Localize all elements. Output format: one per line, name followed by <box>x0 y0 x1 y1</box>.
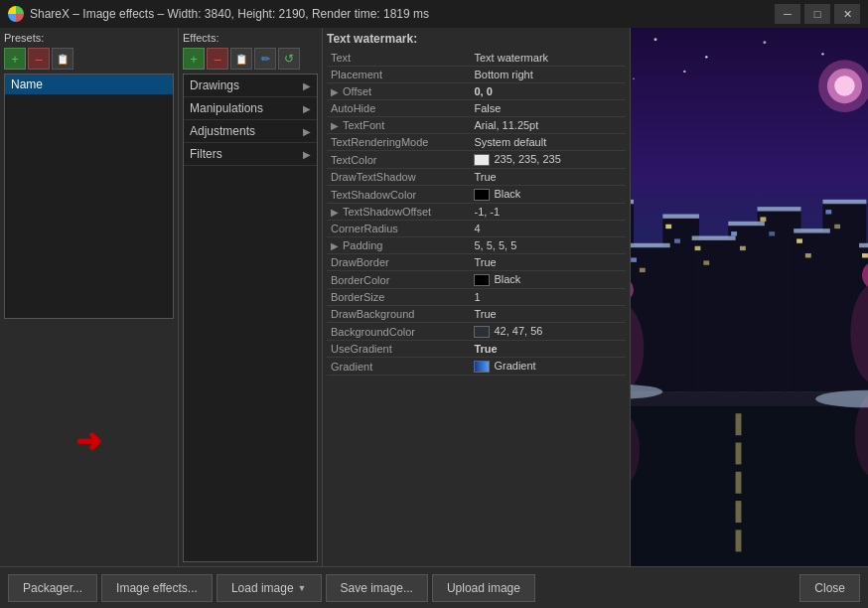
svg-rect-42 <box>862 253 868 257</box>
prop-row-textshadowcolor: TextShadowColor Black <box>327 186 626 204</box>
svg-rect-39 <box>805 253 811 257</box>
prop-val-cornerradius: 4 <box>470 221 626 237</box>
effects-list[interactable]: Drawings ▶ Manipulations ▶ Adjustments ▶… <box>183 74 318 562</box>
save-image-button[interactable]: Save image... <box>326 574 428 602</box>
presets-toolbar: + – 📋 <box>4 48 174 70</box>
svg-rect-70 <box>859 243 868 247</box>
prop-val-textshadowcolor: Black <box>470 186 626 204</box>
svg-rect-68 <box>794 228 830 232</box>
textshadowcolor-swatch[interactable] <box>474 189 490 201</box>
svg-rect-57 <box>736 501 742 523</box>
title-bar-controls: ─ □ ✕ <box>775 4 860 24</box>
svg-rect-37 <box>769 231 775 235</box>
effect-item-drawings[interactable]: Drawings ▶ <box>184 75 317 97</box>
prop-key-cornerradius: CornerRadius <box>327 221 470 237</box>
svg-rect-41 <box>834 225 840 228</box>
prop-val-textshadowoffset: -1, -1 <box>470 204 626 221</box>
prop-val-bordercolor: Black <box>470 271 626 289</box>
title-bar-title: ShareX – Image effects – Width: 3840, He… <box>30 7 429 21</box>
prop-key-backgroundcolor: BackgroundColor <box>327 323 470 341</box>
image-effects-button[interactable]: Image effects... <box>101 574 213 602</box>
prop-key-autohide: AutoHide <box>327 100 470 117</box>
prop-val-autohide: False <box>470 100 626 117</box>
preview-image <box>631 28 868 566</box>
app-icon <box>8 6 24 22</box>
presets-label: Presets: <box>4 32 174 44</box>
effect-arrow-adjustments: ▶ <box>303 126 311 137</box>
svg-rect-53 <box>631 406 868 566</box>
add-effect-button[interactable]: + <box>183 48 205 70</box>
remove-effect-button[interactable]: – <box>207 48 228 70</box>
textcolor-swatch[interactable] <box>474 154 490 166</box>
svg-rect-38 <box>796 238 802 242</box>
title-bar: ShareX – Image effects – Width: 3840, He… <box>0 0 868 28</box>
svg-point-5 <box>763 41 766 44</box>
prop-key-drawtextshadow: DrawTextShadow <box>327 169 470 186</box>
effect-item-manipulations[interactable]: Manipulations ▶ <box>184 97 317 120</box>
prop-row-backgroundcolor: BackgroundColor 42, 47, 56 <box>327 323 626 341</box>
svg-point-9 <box>683 71 685 73</box>
svg-rect-31 <box>674 238 680 242</box>
maximize-button[interactable]: □ <box>804 4 830 24</box>
svg-rect-63 <box>631 243 670 247</box>
effect-item-filters[interactable]: Filters ▶ <box>184 143 317 166</box>
prop-row-autohide: AutoHide False <box>327 100 626 117</box>
prop-row-textrenderingmode: TextRenderingMode System default <box>327 134 626 151</box>
prop-key-bordercolor: BorderColor <box>327 271 470 289</box>
copy-effect-button[interactable]: 📋 <box>230 48 252 70</box>
effect-arrow-drawings: ▶ <box>303 80 311 91</box>
main-content: Presets: + – 📋 Name ➜ Effects: + – 📋 ✏ ↺… <box>0 28 868 566</box>
prop-row-drawtextshadow: DrawTextShadow True <box>327 169 626 186</box>
svg-rect-34 <box>731 231 737 235</box>
svg-rect-32 <box>695 246 701 250</box>
prop-row-textfont[interactable]: ▶TextFont Arial, 11.25pt <box>327 117 626 134</box>
bordercolor-swatch[interactable] <box>474 274 490 286</box>
properties-table: Text Text watermark Placement Bottom rig… <box>327 50 626 376</box>
refresh-effect-button[interactable]: ↺ <box>278 48 300 70</box>
close-button[interactable]: Close <box>799 574 860 602</box>
prop-row-bordercolor: BorderColor Black <box>327 271 626 289</box>
prop-val-placement: Bottom right <box>470 67 626 83</box>
prop-val-backgroundcolor: 42, 47, 56 <box>470 323 626 341</box>
load-image-button[interactable]: Load image ▼ <box>217 574 322 602</box>
preset-item[interactable]: Name <box>5 75 173 94</box>
backgroundcolor-swatch[interactable] <box>474 326 490 338</box>
prop-row-textshadowoffset[interactable]: ▶TextShadowOffset -1, -1 <box>327 204 626 221</box>
preview-scene-svg <box>631 28 868 566</box>
properties-section-title: Text watermark: <box>327 32 626 46</box>
prop-val-offset: 0, 0 <box>470 83 626 100</box>
prop-val-drawbackground: True <box>470 306 626 323</box>
close-window-button[interactable]: ✕ <box>834 4 860 24</box>
title-bar-left: ShareX – Image effects – Width: 3840, He… <box>8 6 429 22</box>
prop-row-gradient: Gradient Gradient <box>327 358 626 376</box>
svg-rect-65 <box>692 235 736 239</box>
effect-item-adjustments[interactable]: Adjustments ▶ <box>184 120 317 143</box>
upload-image-button[interactable]: Upload image <box>432 574 535 602</box>
prop-row-offset[interactable]: ▶Offset 0, 0 <box>327 83 626 100</box>
svg-point-4 <box>705 56 707 58</box>
prop-key-padding: ▶Padding <box>327 237 470 254</box>
prop-row-usegradient: UseGradient True <box>327 341 626 358</box>
svg-point-6 <box>821 53 823 55</box>
gradient-swatch[interactable] <box>474 361 490 373</box>
prop-key-text: Text <box>327 50 470 67</box>
prop-val-gradient: Gradient <box>470 358 626 376</box>
effect-arrow-filters: ▶ <box>303 149 311 160</box>
remove-preset-button[interactable]: – <box>28 48 50 70</box>
copy-preset-button[interactable]: 📋 <box>52 48 73 70</box>
svg-point-12 <box>834 76 855 96</box>
prop-row-drawbackground: DrawBackground True <box>327 306 626 323</box>
packager-button[interactable]: Packager... <box>8 574 97 602</box>
presets-list[interactable]: Name <box>4 74 174 319</box>
svg-rect-35 <box>740 246 746 250</box>
minimize-button[interactable]: ─ <box>775 4 800 24</box>
prop-val-drawborder: True <box>470 254 626 271</box>
prop-key-usegradient: UseGradient <box>327 341 470 358</box>
load-image-dropdown-arrow[interactable]: ▼ <box>298 583 307 593</box>
prop-row-drawborder: DrawBorder True <box>327 254 626 271</box>
prop-row-padding[interactable]: ▶Padding 5, 5, 5, 5 <box>327 237 626 254</box>
edit-effect-button[interactable]: ✏ <box>254 48 276 70</box>
add-preset-button[interactable]: + <box>4 48 26 70</box>
prop-val-text: Text watermark <box>470 50 626 67</box>
effects-toolbar: + – 📋 ✏ ↺ <box>183 48 318 70</box>
